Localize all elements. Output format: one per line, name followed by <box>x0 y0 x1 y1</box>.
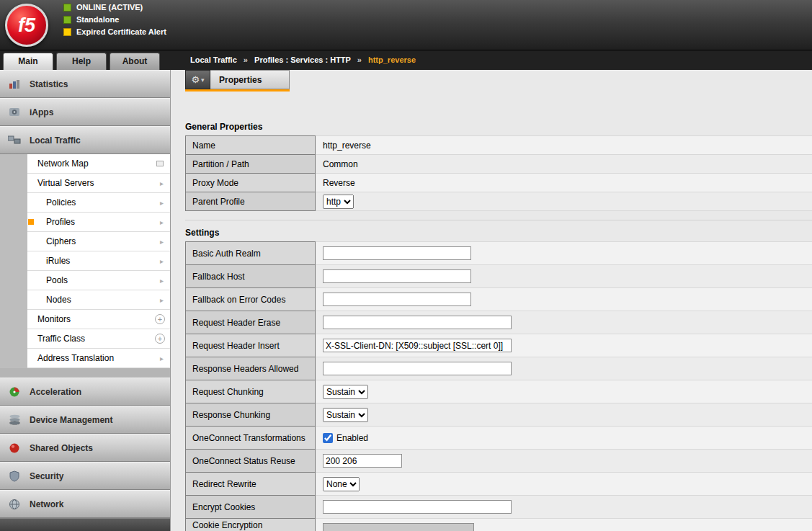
fallback-error-codes-input[interactable] <box>323 293 471 306</box>
subitem-label: Address Translation <box>37 353 114 363</box>
table-row-redirect-rewrite: Redirect Rewrite None <box>186 473 812 496</box>
partition-path-value: Common <box>323 159 358 169</box>
request-header-insert-input[interactable] <box>323 339 512 352</box>
breadcrumb-current-page: http_reverse <box>368 55 416 64</box>
add-traffic-class-icon[interactable]: + <box>155 334 165 344</box>
row-label: OneConnect Transformations <box>186 427 316 450</box>
tab-help[interactable]: Help <box>56 53 107 70</box>
status-warning-icon <box>63 28 71 36</box>
fallback-host-input[interactable] <box>323 269 471 283</box>
general-properties-table: Name http_reverse Partition / Path Commo… <box>185 135 812 211</box>
request-header-erase-input[interactable] <box>323 316 512 329</box>
subitem-label: Traffic Class <box>37 334 85 344</box>
sidebar-section-shared-objects[interactable]: Shared Objects <box>0 434 170 462</box>
section-label: Shared Objects <box>30 443 93 453</box>
shared-objects-icon <box>6 442 22 454</box>
sidebar-item-profiles[interactable]: Profiles ▸ <box>27 213 170 232</box>
tab-properties[interactable]: Properties <box>210 70 290 89</box>
section-label: Statistics <box>30 79 68 89</box>
sidebar-section-partial[interactable] <box>0 518 170 531</box>
parent-profile-select[interactable]: http <box>323 195 354 209</box>
gear-menu-button[interactable]: ⚙ ▾ <box>185 70 210 89</box>
encrypt-cookies-input[interactable] <box>323 500 512 514</box>
chevron-down-icon: ▾ <box>201 76 205 84</box>
tab-about[interactable]: About <box>110 53 160 70</box>
sidebar-section-security[interactable]: Security <box>0 462 170 490</box>
sidebar-item-nodes[interactable]: Nodes ▸ <box>27 290 170 310</box>
subitem-label: Virtual Servers <box>37 178 94 188</box>
table-row-partition-path: Partition / Path Common <box>186 155 812 174</box>
breadcrumb-separator: » <box>357 55 362 64</box>
subitem-label: Policies <box>46 197 76 208</box>
sidebar-section-network[interactable]: Network <box>0 490 170 518</box>
basic-auth-realm-input[interactable] <box>323 246 471 260</box>
row-label: Response Headers Allowed <box>186 357 316 380</box>
gear-icon: ⚙ <box>191 74 200 85</box>
breadcrumb-separator: » <box>244 55 248 64</box>
sidebar: Statistics iApps Local Traffic Network M… <box>0 70 171 531</box>
table-row-request-header-insert: Request Header Insert <box>186 334 812 357</box>
response-headers-allowed-input[interactable] <box>323 362 512 375</box>
section-title-settings: Settings <box>185 228 812 238</box>
sidebar-section-acceleration[interactable]: Acceleration <box>0 378 170 406</box>
local-traffic-icon <box>6 135 22 146</box>
row-label: Fallback on Error Codes <box>186 288 316 311</box>
device-status-list: ONLINE (ACTIVE) Standalone Expired Certi… <box>63 3 166 40</box>
table-row-basic-auth-realm: Basic Auth Realm <box>186 242 812 265</box>
checkbox-label: Enabled <box>336 433 368 443</box>
redirect-rewrite-select[interactable]: None <box>323 477 360 491</box>
nav-breadcrumb-bar: Main Help About Local Traffic » Profiles… <box>0 50 812 70</box>
device-management-icon <box>6 414 22 426</box>
breadcrumb-local-traffic[interactable]: Local Traffic <box>190 55 237 64</box>
subitem-label: Monitors <box>37 314 71 324</box>
oneconnect-status-reuse-input[interactable] <box>323 454 402 468</box>
sidebar-item-pools[interactable]: Pools ▸ <box>27 271 170 290</box>
sidebar-section-device-management[interactable]: Device Management <box>0 406 170 434</box>
table-row-cookie-encryption-passphrase: Cookie Encryption Passphrase <box>186 519 812 531</box>
chevron-right-icon: ▸ <box>160 277 164 285</box>
sidebar-item-policies[interactable]: Policies ▸ <box>27 193 170 213</box>
name-value: http_reverse <box>323 140 371 151</box>
row-label: OneConnect Status Reuse <box>186 450 316 473</box>
section-label: Device Management <box>30 415 112 425</box>
chevron-right-icon: ▸ <box>160 257 164 265</box>
row-label: Request Chunking <box>186 380 316 403</box>
section-label: Acceleration <box>30 387 81 397</box>
sidebar-item-ciphers[interactable]: Ciphers ▸ <box>27 232 170 251</box>
status-label: Expired Certificate Alert <box>76 27 166 36</box>
subitem-label: Nodes <box>46 295 71 305</box>
row-label: Fallback Host <box>186 265 316 288</box>
sidebar-item-monitors[interactable]: Monitors + <box>27 310 170 329</box>
local-traffic-subnav: Network Map Virtual Servers ▸ Policies ▸… <box>0 154 170 368</box>
table-row-parent-profile: Parent Profile http <box>186 192 812 211</box>
response-chunking-select[interactable]: Sustain <box>323 408 368 422</box>
status-label: Standalone <box>76 15 119 24</box>
bigip-app: f5 ONLINE (ACTIVE) Standalone Expired Ce… <box>0 0 812 531</box>
row-label: Request Header Insert <box>186 334 316 357</box>
sidebar-item-traffic-class[interactable]: Traffic Class + <box>27 329 170 349</box>
row-label: Redirect Rewrite <box>186 473 316 496</box>
status-green-icon <box>63 16 71 24</box>
general-properties-section: General Properties Name http_reverse Par… <box>185 122 812 211</box>
sidebar-item-virtual-servers[interactable]: Virtual Servers ▸ <box>27 174 170 193</box>
main-layout: Statistics iApps Local Traffic Network M… <box>0 70 812 531</box>
sidebar-section-iapps[interactable]: iApps <box>0 98 170 126</box>
cookie-encryption-passphrase-input[interactable] <box>323 523 474 531</box>
status-item: Standalone <box>63 15 166 24</box>
add-monitor-icon[interactable]: + <box>155 314 165 324</box>
breadcrumb-profiles-services-http[interactable]: Profiles : Services : HTTP <box>254 55 351 64</box>
section-label: Network <box>30 499 63 509</box>
sidebar-item-network-map[interactable]: Network Map <box>27 154 170 174</box>
table-row-response-chunking: Response Chunking Sustain <box>186 403 812 427</box>
request-chunking-select[interactable]: Sustain <box>323 385 368 399</box>
sidebar-section-local-traffic[interactable]: Local Traffic <box>0 126 170 154</box>
table-row-oneconnect-status-reuse: OneConnect Status Reuse <box>186 450 812 473</box>
table-row-request-header-erase: Request Header Erase <box>186 311 812 334</box>
tab-main[interactable]: Main <box>3 53 53 70</box>
sidebar-section-statistics[interactable]: Statistics <box>0 70 170 98</box>
sidebar-item-irules[interactable]: iRules ▸ <box>27 251 170 271</box>
table-row-proxy-mode: Proxy Mode Reverse <box>186 174 812 192</box>
table-row-response-headers-allowed: Response Headers Allowed <box>186 357 812 380</box>
oneconnect-transformations-checkbox[interactable] <box>323 433 333 443</box>
sidebar-item-address-translation[interactable]: Address Translation ▸ <box>27 349 170 368</box>
